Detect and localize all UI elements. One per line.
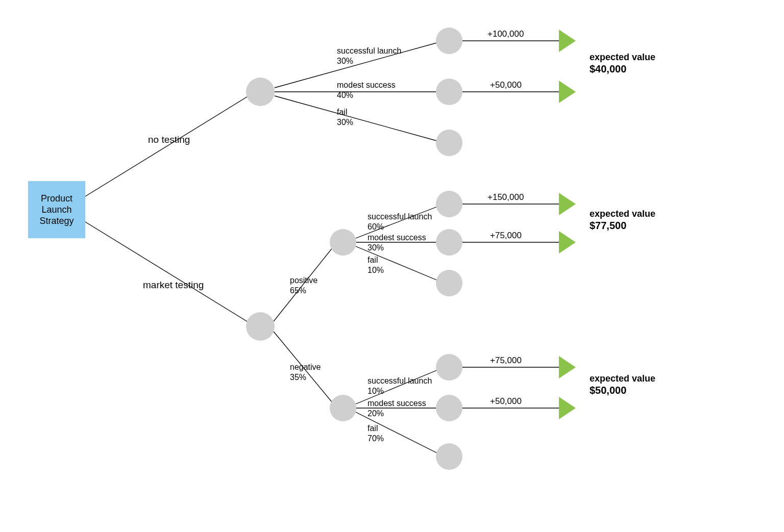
svg-text:35%: 35% — [290, 373, 306, 382]
svg-text:expected value: expected value — [590, 52, 655, 62]
ev-value-nt: $40,000 — [590, 63, 626, 74]
neg-modest-label: modest success — [368, 399, 426, 408]
svg-text:$77,500: $77,500 — [590, 220, 626, 231]
chance-node-negative — [330, 395, 356, 421]
branch-market-testing: market testing — [143, 280, 204, 290]
neg-fail-pct: 70% — [368, 434, 384, 443]
payoff-triangle-icon — [559, 193, 576, 215]
svg-text:negative: negative — [290, 363, 321, 371]
decision-tree-diagram: Product Launch Strategy no testing marke… — [0, 0, 784, 532]
svg-text:10%: 10% — [368, 387, 384, 395]
svg-text:successful launch: successful launch — [368, 376, 432, 385]
chance-node-market-testing — [246, 312, 275, 341]
svg-text:40%: 40% — [337, 91, 353, 99]
pos-success-label: successful launch — [368, 212, 432, 221]
svg-text:successful launch: successful launch — [337, 46, 401, 55]
svg-text:$50,000: $50,000 — [590, 385, 626, 396]
svg-text:+50,000: +50,000 — [490, 80, 522, 90]
negative-pct: 35% — [290, 373, 306, 382]
svg-text:Launch: Launch — [41, 205, 71, 215]
terminal-neg-modest — [436, 395, 462, 421]
chance-node-no-testing — [246, 78, 275, 106]
svg-text:+50,000: +50,000 — [490, 396, 522, 406]
svg-text:fail: fail — [368, 424, 378, 433]
svg-text:10%: 10% — [368, 266, 384, 274]
svg-text:30%: 30% — [337, 118, 353, 126]
terminal-neg-success — [436, 354, 462, 381]
nt-fail-pct: 30% — [337, 118, 353, 126]
nt-modest-pct: 40% — [337, 91, 353, 99]
payoff-triangle-icon — [559, 397, 576, 419]
svg-text:30%: 30% — [337, 57, 353, 65]
svg-text:market testing: market testing — [143, 280, 204, 290]
svg-text:expected value: expected value — [590, 373, 655, 384]
svg-text:+75,000: +75,000 — [490, 356, 522, 365]
nt-success-label: successful launch — [337, 46, 401, 55]
chance-node-positive — [330, 229, 356, 256]
ev-value-pos: $77,500 — [590, 220, 626, 231]
terminal-nt-modest — [436, 79, 462, 105]
svg-text:no testing: no testing — [148, 134, 190, 145]
svg-text:fail: fail — [337, 108, 347, 116]
pos-modest-value: +75,000 — [490, 231, 522, 240]
positive-pct: 65% — [290, 286, 306, 295]
terminal-pos-fail — [436, 270, 462, 296]
neg-modest-value: +50,000 — [490, 396, 522, 406]
svg-text:+100,000: +100,000 — [487, 29, 524, 39]
svg-text:modest success: modest success — [368, 233, 426, 242]
svg-text:fail: fail — [368, 256, 378, 264]
ev-label-neg: expected value — [590, 373, 655, 384]
pos-modest-pct: 30% — [368, 243, 384, 252]
svg-text:20%: 20% — [368, 409, 384, 418]
pos-success-pct: 60% — [368, 222, 384, 231]
svg-text:expected value: expected value — [590, 209, 655, 219]
svg-text:Strategy: Strategy — [39, 216, 74, 226]
root-label-line2: Launch — [41, 205, 71, 215]
svg-line-9 — [275, 96, 444, 143]
svg-text:60%: 60% — [368, 222, 384, 231]
svg-text:65%: 65% — [290, 286, 306, 295]
terminal-neg-fail — [436, 443, 462, 470]
payoff-triangle-icon — [559, 231, 576, 254]
neg-success-value: +75,000 — [490, 356, 522, 365]
ev-value-neg: $50,000 — [590, 385, 626, 396]
neg-success-label: successful launch — [368, 376, 432, 385]
root-label-line3: Strategy — [39, 216, 74, 226]
terminal-nt-success — [436, 28, 462, 54]
svg-text:modest success: modest success — [337, 81, 396, 89]
ev-label-pos: expected value — [590, 209, 655, 219]
svg-text:positive: positive — [290, 276, 317, 285]
neg-success-pct: 10% — [368, 387, 384, 395]
terminal-pos-success — [436, 191, 462, 217]
pos-success-value: +150,000 — [487, 192, 524, 202]
pos-fail-pct: 10% — [368, 266, 384, 274]
pos-fail-label: fail — [368, 256, 378, 264]
neg-fail-label: fail — [368, 424, 378, 433]
nt-modest-label: modest success — [337, 81, 396, 89]
payoff-triangle-icon — [559, 356, 576, 378]
svg-text:$40,000: $40,000 — [590, 63, 626, 74]
nt-fail-label: fail — [337, 108, 347, 116]
root-label-line1: Product — [41, 193, 72, 204]
terminal-nt-fail — [436, 130, 462, 156]
payoff-triangle-icon — [559, 30, 576, 52]
svg-text:+150,000: +150,000 — [487, 192, 524, 202]
svg-text:+75,000: +75,000 — [490, 231, 522, 240]
svg-text:modest success: modest success — [368, 399, 426, 408]
negative-label: negative — [290, 363, 321, 371]
neg-modest-pct: 20% — [368, 409, 384, 418]
svg-text:70%: 70% — [368, 434, 384, 443]
svg-text:successful launch: successful launch — [368, 212, 432, 221]
svg-text:Product: Product — [41, 193, 72, 204]
terminal-pos-modest — [436, 229, 462, 256]
payoff-triangle-icon — [559, 81, 576, 103]
positive-label: positive — [290, 276, 317, 285]
pos-modest-label: modest success — [368, 233, 426, 242]
svg-text:30%: 30% — [368, 243, 384, 252]
svg-line-4 — [85, 222, 255, 326]
nt-success-value: +100,000 — [487, 29, 524, 39]
nt-success-pct: 30% — [337, 57, 353, 65]
ev-label-nt: expected value — [590, 52, 655, 62]
branch-no-testing: no testing — [148, 134, 190, 145]
nt-modest-value: +50,000 — [490, 80, 522, 90]
